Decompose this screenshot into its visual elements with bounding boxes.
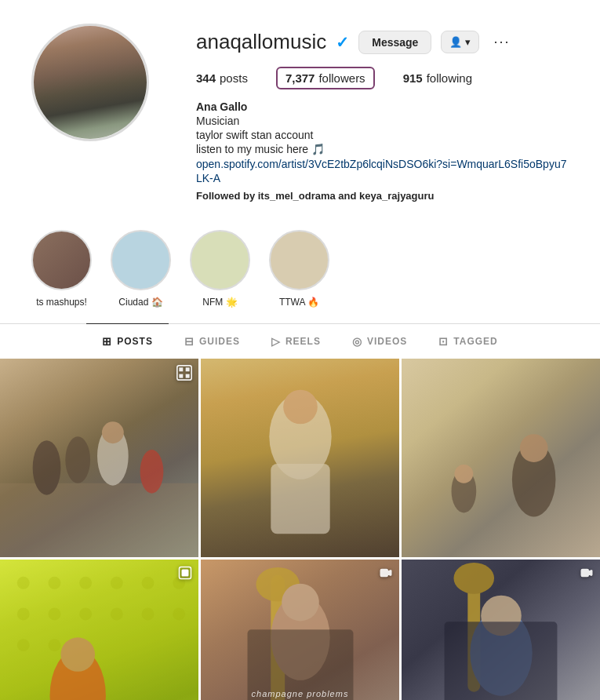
- svg-rect-36: [182, 570, 188, 576]
- tab-videos-label: VIDEOS: [367, 336, 407, 347]
- post-5-image: champagne problems: [201, 560, 399, 700]
- more-options-button[interactable]: ···: [489, 31, 515, 53]
- tab-posts[interactable]: ⊞ POSTS: [86, 323, 169, 359]
- highlight-1[interactable]: ts mashups!: [31, 230, 92, 308]
- svg-point-30: [111, 608, 123, 621]
- tab-tagged[interactable]: ⊡ TAGGED: [423, 323, 513, 359]
- bio-job: Musician: [196, 115, 569, 127]
- svg-point-24: [79, 608, 92, 621]
- svg-rect-7: [179, 367, 183, 371]
- svg-point-2: [65, 436, 90, 483]
- highlight-label-3: NFM 🌟: [202, 297, 237, 308]
- highlight-label-1: ts mashups!: [36, 297, 87, 308]
- post-4-image: [0, 560, 198, 700]
- message-button[interactable]: Message: [358, 31, 431, 54]
- svg-rect-8: [186, 367, 190, 371]
- post-1[interactable]: [0, 359, 198, 557]
- highlight-circle-1: [31, 230, 92, 290]
- svg-point-22: [17, 608, 30, 621]
- svg-rect-0: [0, 483, 198, 557]
- post-3-image: [402, 359, 600, 557]
- post-4-icon: [178, 566, 192, 582]
- following-count: 915: [403, 71, 423, 85]
- svg-point-23: [49, 608, 61, 621]
- profile-info: anaqallomusic ✓ Message 👤 ▾ ··· 344 post…: [196, 24, 569, 202]
- post-6[interactable]: [402, 560, 600, 700]
- post-1-icon: [176, 365, 192, 384]
- tagged-tab-icon: ⊡: [438, 335, 449, 348]
- bio-line2: listen to my music here 🎵: [196, 143, 569, 155]
- svg-point-4: [140, 450, 164, 494]
- tabs-section: ⊞ POSTS ⊟ GUIDES ▷ REELS ◎ VIDEOS ⊡ TAGG…: [0, 323, 600, 359]
- tab-guides-label: GUIDES: [199, 336, 240, 347]
- followers-count: 7,377: [285, 71, 315, 85]
- post-5-icon: [379, 566, 393, 583]
- follow-dropdown-button[interactable]: 👤 ▾: [441, 31, 479, 53]
- bio-link[interactable]: open.spotify.com/artist/3VcE2tbZp6lcqiNs…: [196, 158, 566, 184]
- highlight-circle-2: [111, 230, 171, 290]
- posts-count: 344: [196, 71, 216, 85]
- svg-point-26: [49, 639, 61, 651]
- post-4[interactable]: [0, 560, 198, 700]
- bio-line1: taylor swift stan account: [196, 129, 569, 141]
- tab-guides[interactable]: ⊟ GUIDES: [169, 323, 256, 359]
- post-2-image: [201, 359, 399, 557]
- tab-reels[interactable]: ▷ REELS: [256, 323, 336, 359]
- highlight-circle-4: [269, 230, 329, 290]
- avatar[interactable]: [31, 24, 149, 141]
- highlights-section: ts mashups! Ciudad 🏠 NFM 🌟 TTWA 🔥: [0, 217, 600, 323]
- post-5[interactable]: champagne problems: [201, 560, 399, 700]
- tab-videos[interactable]: ◎ VIDEOS: [336, 323, 423, 359]
- person-icon: 👤: [449, 36, 462, 48]
- highlight-3[interactable]: NFM 🌟: [190, 230, 250, 308]
- bio-name: Ana Gallo: [196, 100, 569, 113]
- svg-point-32: [173, 608, 185, 621]
- tab-reels-label: REELS: [285, 336, 321, 347]
- reels-tab-icon: ▷: [271, 335, 281, 348]
- posts-label: posts: [220, 71, 248, 85]
- highlight-4[interactable]: TTWA 🔥: [269, 230, 329, 308]
- svg-point-28: [142, 577, 155, 589]
- svg-rect-13: [271, 464, 329, 534]
- guides-tab-icon: ⊟: [184, 335, 195, 348]
- followers-label: followers: [318, 71, 365, 85]
- dropdown-arrow-icon: ▾: [465, 36, 471, 48]
- highlight-label-2: Ciudad 🏠: [118, 297, 162, 308]
- svg-point-43: [453, 563, 494, 594]
- following-label: following: [427, 71, 472, 85]
- followers-stat[interactable]: 7,377 followers: [276, 67, 375, 89]
- svg-point-34: [60, 637, 95, 672]
- profile-section: anaqallomusic ✓ Message 👤 ▾ ··· 344 post…: [0, 0, 600, 217]
- post-2[interactable]: [201, 359, 399, 557]
- svg-point-19: [17, 577, 30, 589]
- svg-rect-46: [445, 622, 558, 700]
- posts-grid: champagne problems: [0, 359, 600, 700]
- svg-rect-9: [179, 374, 183, 378]
- svg-point-31: [142, 608, 155, 621]
- post-6-image: [402, 560, 600, 700]
- verified-icon: ✓: [336, 33, 349, 52]
- username-row: anaqallomusic ✓ Message 👤 ▾ ···: [196, 30, 569, 54]
- followed-by-users: its_mel_odrama and keya_rajyaguru: [258, 190, 435, 202]
- svg-point-27: [111, 577, 123, 589]
- svg-point-12: [283, 390, 318, 425]
- svg-point-40: [282, 584, 319, 622]
- videos-tab-icon: ◎: [352, 335, 362, 348]
- highlight-label-4: TTWA 🔥: [279, 297, 319, 308]
- stats-row: 344 posts 7,377 followers 915 following: [196, 67, 569, 89]
- following-stat[interactable]: 915 following: [403, 67, 472, 89]
- followed-by-label: Followed by: [196, 190, 255, 202]
- post-6-icon: [580, 566, 594, 583]
- highlight-2[interactable]: Ciudad 🏠: [111, 230, 171, 308]
- username: anaqallomusic: [196, 30, 326, 54]
- posts-stat[interactable]: 344 posts: [196, 67, 248, 89]
- svg-point-15: [520, 434, 548, 462]
- posts-tab-icon: ⊞: [102, 335, 112, 348]
- tab-posts-label: POSTS: [117, 336, 153, 347]
- svg-point-5: [102, 421, 124, 443]
- post-1-image: [0, 359, 198, 557]
- svg-point-1: [33, 440, 61, 494]
- highlight-circle-3: [190, 230, 250, 290]
- post-3[interactable]: [402, 359, 600, 557]
- svg-point-20: [49, 577, 61, 589]
